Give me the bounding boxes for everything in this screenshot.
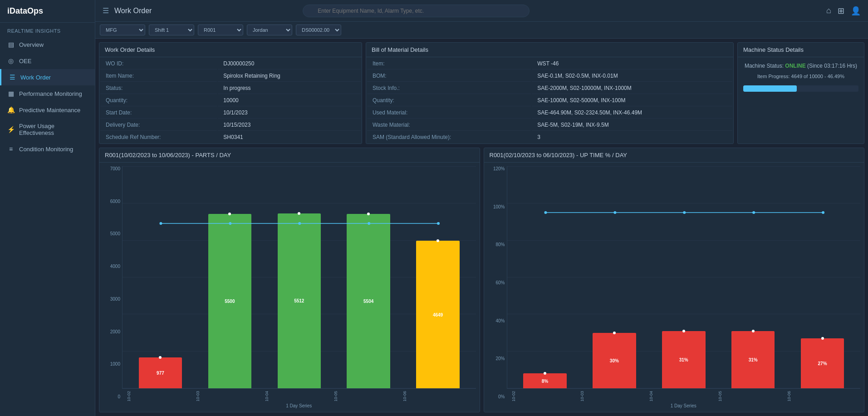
y-axis-label: 0% — [488, 394, 505, 399]
grid-icon[interactable]: ⊞ — [838, 6, 844, 16]
uptime-chart-header: R001(02/10/2023 to 06/10/2023) - UP TIME… — [484, 148, 864, 163]
sidebar-item-label: Overview — [19, 41, 44, 48]
y-axis-label: 80% — [488, 242, 505, 247]
bar-group: 8% — [512, 166, 579, 388]
x-axis-label: 10-05 — [718, 390, 787, 402]
user-icon[interactable]: 👤 — [851, 6, 861, 16]
table-row: Quantity:SAE-1000M, S02-5000M, INX-100M — [367, 95, 732, 106]
field-value: SAE-464.90M, S02-2324.50M, INX-46.49M — [532, 107, 732, 119]
sidebar-item-label: Performance Monitoring — [19, 90, 82, 97]
bar-dot — [298, 212, 300, 215]
table-row: Schedule Ref Number:SH0341 — [100, 132, 361, 143]
predictive-icon: 🔔 — [7, 106, 15, 114]
sidebar-item-label: Predictive Maintenance — [19, 107, 80, 114]
machine-progress-fill — [743, 85, 797, 92]
bar-group: 30% — [581, 166, 647, 388]
search-input[interactable] — [303, 5, 530, 17]
sidebar-item-label: OEE — [19, 58, 31, 64]
x-axis-label: 10-02 — [511, 390, 580, 402]
bar: 4649 — [416, 241, 459, 388]
bar-group: 31% — [650, 166, 717, 388]
field-label: Status: — [100, 83, 217, 94]
workorder-icon: ☰ — [9, 74, 16, 81]
sidebar-item-predictive[interactable]: 🔔 Predictive Maintenance — [0, 102, 95, 118]
x-axis-label: 10-03 — [196, 390, 265, 402]
sidebar-section-title: Realtime Insights — [0, 23, 95, 36]
sidebar-item-work-order[interactable]: ☰ Work Order — [0, 69, 95, 85]
x-axis-label: 10-06 — [402, 390, 471, 402]
field-label: Quantity: — [100, 95, 217, 106]
field-label: Item: — [367, 58, 531, 69]
page-title: Work Order — [114, 7, 152, 15]
bar-dot — [821, 337, 824, 340]
y-axis-label: 120% — [488, 166, 505, 171]
sidebar-item-overview[interactable]: ▤ Overview — [0, 36, 95, 53]
app-logo: iDataOps — [0, 0, 95, 23]
x-axis-label: 10-02 — [127, 390, 196, 402]
x-axis-label: 10-06 — [787, 390, 856, 402]
filter-location[interactable]: Jordan — [247, 25, 292, 35]
top-row: Work Order Details WO ID:DJ00000250Item … — [99, 42, 864, 144]
machine-progress-bar — [743, 85, 858, 92]
bar-value-label: 4649 — [433, 312, 443, 317]
sidebar-item-label: Power Usage Effectiveness — [19, 123, 88, 136]
x-series-label: 1 Day Series — [122, 403, 476, 408]
sidebar-item-condition[interactable]: ≡ Condition Monitoring — [0, 141, 95, 157]
bar: 27% — [801, 338, 844, 388]
x-axis-label: 10-04 — [265, 390, 333, 402]
bar: 30% — [593, 333, 636, 388]
charts-row: R001(10/02/2023 to 10/06/2023) - PARTS /… — [99, 148, 864, 412]
filter-mfg[interactable]: MFG — [100, 25, 145, 35]
home-icon[interactable]: ⌂ — [826, 6, 831, 15]
bar-group: 5500 — [196, 166, 263, 388]
filter-resource[interactable]: R001 — [198, 25, 243, 35]
bar-dot — [613, 332, 616, 334]
machine-progress-label: Item Progress: 4649 of 10000 - 46.49% — [743, 74, 858, 79]
uptime-chart-card: R001(02/10/2023 to 06/10/2023) - UP TIME… — [484, 148, 865, 412]
x-axis-label: 10-04 — [649, 390, 718, 402]
field-value: WST -46 — [532, 58, 732, 69]
sidebar-item-oee[interactable]: ◎ OEE — [0, 53, 95, 69]
field-value: 3 — [532, 132, 732, 143]
field-value: In progress — [218, 83, 361, 94]
bom-card-header: Bill of Material Details — [366, 43, 733, 57]
field-label: Start Date: — [100, 107, 217, 119]
bar: 31% — [662, 331, 705, 388]
field-label: WO ID: — [100, 58, 217, 69]
bar-group: 977 — [127, 166, 194, 388]
y-axis-label: 40% — [488, 318, 505, 323]
table-row: BOM:SAE-0.1M, S02-0.5M, INX-0.01M — [367, 70, 732, 82]
field-value: Spirolox Retaining Ring — [218, 70, 361, 82]
filter-shift[interactable]: Shift 1 — [149, 25, 194, 35]
performance-icon: ▦ — [7, 90, 15, 97]
y-axis-label: 7000 — [103, 166, 120, 171]
field-value: SAE-2000M, S02-10000M, INX-1000M — [532, 83, 732, 94]
machine-status-label: Machine Status: — [745, 63, 785, 69]
machine-status-value: ONLINE — [785, 63, 805, 69]
field-label: SAM (Standard Allowed Minute): — [367, 132, 531, 143]
bar-dot — [544, 372, 546, 375]
field-value: 10000 — [218, 95, 361, 106]
header: ☰ Work Order 🔍 ⌂ ⊞ 👤 — [95, 0, 868, 22]
field-label: Stock Info.: — [367, 83, 531, 94]
table-row: Used Material:SAE-464.90M, S02-2324.50M,… — [367, 107, 732, 119]
bar-group: 5504 — [335, 166, 402, 388]
table-row: Quantity:10000 — [100, 95, 361, 106]
filter-ds[interactable]: DS00002.00 — [296, 25, 341, 35]
parts-chart-body: 7000600050004000300020001000097755005512… — [99, 163, 480, 412]
bar: 5512 — [278, 213, 321, 388]
wo-detail-table: WO ID:DJ00000250Item Name:Spirolox Retai… — [99, 57, 362, 144]
table-row: Status:In progress — [100, 83, 361, 94]
field-value: SH0341 — [218, 132, 361, 143]
oee-icon: ◎ — [7, 57, 15, 64]
bar: 5500 — [208, 214, 251, 388]
sidebar-item-performance[interactable]: ▦ Performance Monitoring — [0, 85, 95, 102]
menu-icon[interactable]: ☰ — [103, 6, 109, 15]
y-axis-label: 5000 — [103, 231, 120, 236]
bar: 8% — [523, 373, 566, 388]
x-series-label: 1 Day Series — [507, 403, 861, 408]
sidebar-item-power[interactable]: ⚡ Power Usage Effectiveness — [0, 118, 95, 141]
main-content: ☰ Work Order 🔍 ⌂ ⊞ 👤 MFG Shift 1 — [95, 0, 868, 416]
bar-value-label: 5512 — [294, 298, 304, 303]
bar-dot — [159, 356, 162, 359]
